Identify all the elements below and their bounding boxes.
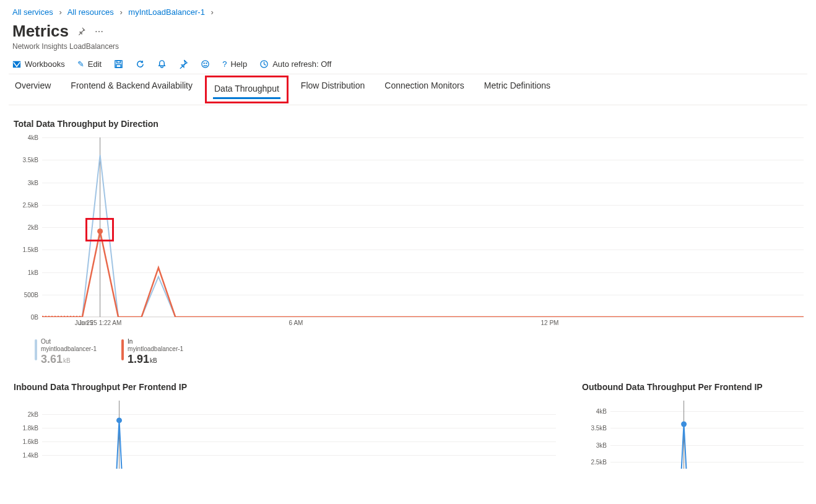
more-icon[interactable]: ⋯	[95, 27, 103, 37]
pin-icon[interactable]	[77, 27, 86, 36]
smile-icon[interactable]	[201, 59, 210, 69]
chevron-right-icon: ›	[59, 7, 61, 17]
workbooks-label: Workbooks	[25, 59, 65, 69]
chart1-legend: Out myintloadbalancer-1 3.61kB In myintl…	[0, 334, 816, 368]
help-button[interactable]: ? Help	[222, 59, 247, 69]
breadcrumb-link-resource[interactable]: myIntLoadBalancer-1	[128, 7, 205, 17]
edit-label: Edit	[88, 59, 102, 69]
legend-in-unit: kB	[150, 357, 157, 364]
chart1[interactable]: 0B500B1kB1.5kB2kB2.5kB3kB3.5kB4kB Jun 25…	[12, 137, 804, 329]
svg-point-12	[116, 417, 122, 423]
tab-overview[interactable]: Overview	[14, 74, 52, 105]
pencil-icon: ✎	[77, 59, 84, 69]
pin-toolbar-icon[interactable]	[179, 59, 188, 69]
save-icon[interactable]	[114, 59, 123, 69]
legend-out[interactable]: Out myintloadbalancer-1 3.61kB	[35, 338, 97, 366]
chart1-title: Total Data Throughput by Direction	[0, 105, 816, 133]
breadcrumb: All services › All resources › myIntLoad…	[0, 0, 816, 19]
legend-in-value: 1.91	[128, 353, 149, 365]
auto-refresh-button[interactable]: Auto refresh: Off	[259, 59, 331, 69]
svg-point-6	[206, 63, 207, 64]
chart1-x-axis: Jun 25Jun 25 1:22 AM6 AM12 PM	[42, 317, 804, 329]
help-icon: ?	[222, 59, 227, 69]
svg-rect-2	[117, 61, 121, 63]
legend-out-label: Out	[41, 338, 97, 345]
chart3[interactable]: 2.5kB3kB3.5kB4kB	[581, 401, 804, 475]
tab-frontend-backend-availability[interactable]: Frontend & Backend Availability	[69, 74, 194, 105]
svg-point-5	[204, 63, 204, 64]
svg-point-4	[202, 61, 209, 67]
tabs-bar: Overview Frontend & Backend Availability…	[9, 74, 807, 105]
auto-refresh-label: Auto refresh: Off	[272, 59, 331, 69]
tab-connection-monitors[interactable]: Connection Monitors	[383, 74, 465, 105]
svg-point-14	[681, 421, 687, 427]
svg-rect-3	[116, 64, 121, 67]
chart2-plot-area	[42, 401, 556, 469]
workbooks-button[interactable]: Workbooks	[12, 59, 65, 69]
tab-metric-definitions[interactable]: Metric Definitions	[483, 74, 552, 105]
legend-in[interactable]: In myintloadbalancer-1 1.91kB	[121, 338, 183, 366]
workbook-icon	[12, 60, 21, 69]
subtitle: Network Insights LoadBalancers	[12, 42, 804, 51]
legend-out-unit: kB	[63, 357, 71, 364]
page-header: Metrics ⋯ Network Insights LoadBalancers	[0, 19, 816, 54]
legend-in-label: In	[128, 338, 183, 345]
bell-icon[interactable]	[157, 59, 167, 69]
chart1-plot-area	[42, 137, 804, 317]
chevron-right-icon: ›	[211, 7, 214, 17]
page-title: Metrics	[12, 22, 69, 41]
breadcrumb-link-all-resources[interactable]: All resources	[67, 7, 114, 17]
chart3-plot-area	[610, 401, 804, 469]
chart1-y-axis: 0B500B1kB1.5kB2kB2.5kB3kB3.5kB4kB	[12, 137, 42, 329]
legend-out-sub: myintloadbalancer-1	[41, 345, 97, 353]
chart2[interactable]: 1.4kB1.6kB1.8kB2kB	[12, 401, 556, 475]
chevron-right-icon: ›	[119, 7, 122, 17]
chart2-y-axis: 1.4kB1.6kB1.8kB2kB	[12, 401, 42, 475]
legend-out-value: 3.61	[41, 353, 63, 365]
breadcrumb-link-all-services[interactable]: All services	[12, 7, 53, 17]
chart2-title: Inbound Data Throughput Per Frontend IP	[12, 368, 556, 396]
toolbar: Workbooks ✎ Edit ? Help Auto refresh: Of…	[0, 54, 816, 71]
svg-point-10	[97, 228, 103, 234]
help-label: Help	[230, 59, 247, 69]
edit-button[interactable]: ✎ Edit	[77, 59, 102, 69]
clock-icon	[259, 59, 269, 69]
refresh-icon[interactable]	[136, 59, 145, 69]
legend-in-sub: myintloadbalancer-1	[128, 345, 183, 353]
chart3-y-axis: 2.5kB3kB3.5kB4kB	[581, 401, 610, 475]
highlight-box-tab: Data Throughput	[205, 76, 289, 103]
chart3-title: Outbound Data Throughput Per Frontend IP	[581, 368, 804, 396]
tab-flow-distribution[interactable]: Flow Distribution	[300, 74, 366, 105]
tab-data-throughput[interactable]: Data Throughput	[213, 80, 280, 99]
